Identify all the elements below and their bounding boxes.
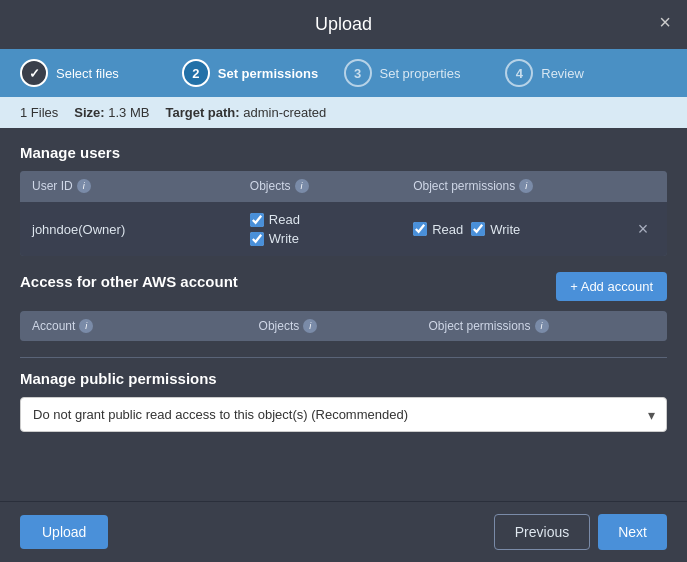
aws-header-account: Account i [32,319,259,333]
step-2-label: Set permissions [218,66,318,81]
step-3-circle: 3 [344,59,372,87]
modal-title: Upload [315,14,372,35]
upload-modal: Upload × ✓ Select files 2 Set permission… [0,0,687,562]
aws-section: Access for other AWS account + Add accou… [20,272,667,341]
row-userid: johndoe(Owner) [32,222,250,237]
step-1: ✓ Select files [20,59,182,87]
table-row: johndoe(Owner) Read Write Read [20,201,667,256]
step-4[interactable]: 4 Review [505,59,667,87]
objects-write-checkbox[interactable]: Write [250,231,413,246]
aws-header-objects: Objects i [259,319,429,333]
modal-footer: Upload Previous Next [0,501,687,562]
public-permissions-select[interactable]: Do not grant public read access to this … [20,397,667,432]
row-objects: Read Write [250,212,413,246]
users-table-header: User ID i Objects i Object permissions i [20,171,667,201]
objperm-read-checkbox[interactable]: Read [413,222,463,237]
add-account-button[interactable]: + Add account [556,272,667,301]
userid-info-icon[interactable]: i [77,179,91,193]
aws-header: Access for other AWS account + Add accou… [20,272,667,301]
modal-content: Manage users User ID i Objects i Object … [0,128,687,501]
nav-buttons: Previous Next [494,514,667,550]
account-info-icon[interactable]: i [79,319,93,333]
public-permissions-section: Manage public permissions Do not grant p… [20,370,667,432]
aws-objects-info-icon[interactable]: i [303,319,317,333]
step-3-label: Set properties [380,66,461,81]
remove-user-button[interactable]: × [638,220,649,238]
previous-button[interactable]: Previous [494,514,590,550]
header-objects: Objects i [250,179,413,193]
header-userid: User ID i [32,179,250,193]
objperm-write-checkbox[interactable]: Write [471,222,520,237]
modal-header: Upload × [0,0,687,49]
upload-button[interactable]: Upload [20,515,108,549]
aws-section-title: Access for other AWS account [20,273,238,290]
size-info: Size: 1.3 MB [74,105,149,120]
step-1-label: Select files [56,66,119,81]
manage-users-title: Manage users [20,144,667,161]
aws-objperm-info-icon[interactable]: i [535,319,549,333]
step-2-circle: 2 [182,59,210,87]
row-action: × [631,220,655,238]
aws-table: Account i Objects i Object permissions i [20,311,667,341]
close-button[interactable]: × [659,12,671,32]
header-objperm: Object permissions i [413,179,631,193]
steps-bar: ✓ Select files 2 Set permissions 3 Set p… [0,49,687,97]
step-2[interactable]: 2 Set permissions [182,59,344,87]
row-objperm: Read Write [413,222,631,237]
objects-info-icon[interactable]: i [295,179,309,193]
files-count: 1 Files [20,105,58,120]
step-3[interactable]: 3 Set properties [344,59,506,87]
public-permissions-select-wrapper: Do not grant public read access to this … [20,397,667,432]
step-1-circle: ✓ [20,59,48,87]
users-table: User ID i Objects i Object permissions i… [20,171,667,256]
header-action [631,179,655,193]
step-4-circle: 4 [505,59,533,87]
objperm-info-icon[interactable]: i [519,179,533,193]
divider [20,357,667,358]
target-path: Target path: admin-created [165,105,326,120]
info-bar: 1 Files Size: 1.3 MB Target path: admin-… [0,97,687,128]
step-4-label: Review [541,66,584,81]
aws-header-objperm: Object permissions i [428,319,655,333]
objects-read-checkbox[interactable]: Read [250,212,413,227]
public-permissions-title: Manage public permissions [20,370,667,387]
aws-table-header: Account i Objects i Object permissions i [20,311,667,341]
next-button[interactable]: Next [598,514,667,550]
